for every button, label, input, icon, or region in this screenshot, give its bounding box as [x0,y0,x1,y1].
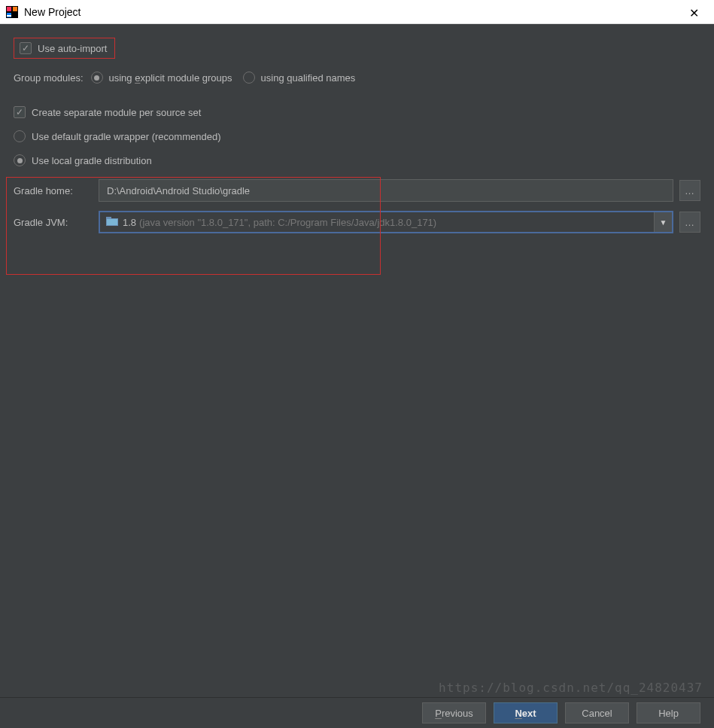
default-wrapper-radio[interactable] [14,130,26,142]
intellij-icon [6,6,18,18]
group-modules-row: Group modules: using explicit module gro… [14,69,700,86]
svg-rect-4 [7,15,11,17]
gradle-home-input[interactable] [99,179,673,202]
svg-rect-1 [7,7,11,11]
gradle-jvm-combo[interactable]: 1.8 (java version "1.8.0_171", path: C:/… [99,211,673,233]
default-wrapper-option[interactable]: Use default gradle wrapper (recommended) [14,128,700,145]
auto-import-label: Use auto-import [38,43,107,54]
gradle-jvm-row: Gradle JVM: 1.8 (java version "1.8.0_171… [14,211,700,233]
gradle-home-label: Gradle home: [14,185,99,196]
close-icon[interactable]: ✕ [683,5,705,22]
local-distribution-radio[interactable] [14,154,26,166]
cancel-button[interactable]: Cancel [565,702,629,723]
gradle-jvm-browse-button[interactable]: … [679,212,700,233]
separate-module-checkbox[interactable] [14,106,26,118]
default-wrapper-label: Use default gradle wrapper (recommended) [32,131,220,142]
dialog-content: Use auto-import Group modules: using exp… [0,24,714,697]
gradle-home-browse-button[interactable]: … [679,180,700,201]
local-distribution-label: Use local gradle distribution [32,155,152,166]
titlebar: New Project ✕ [0,0,714,24]
svg-rect-2 [13,7,17,11]
group-modules-label: Group modules: [14,72,84,84]
separate-module-option[interactable]: Create separate module per source set [14,104,700,120]
watermark: https://blog.csdn.net/qq_24820437 [439,681,703,695]
auto-import-checkbox[interactable] [20,42,32,54]
previous-button[interactable]: Previous [422,702,486,723]
gradle-jvm-value: 1.8 [123,217,136,228]
chevron-down-icon[interactable]: ▼ [654,212,672,232]
gradle-jvm-label: Gradle JVM: [14,217,99,228]
explicit-groups-label: using explicit module groups [109,72,232,84]
window-title: New Project [24,6,81,18]
gradle-jvm-detail: (java version "1.8.0_171", path: C:/Prog… [139,217,436,228]
next-button[interactable]: Next [494,702,558,723]
dialog-footer: Previous Next Cancel Help [0,697,714,728]
svg-rect-7 [107,219,117,225]
qualified-names-label: using qualified names [261,72,356,84]
auto-import-option[interactable]: Use auto-import [14,38,115,59]
folder-icon [106,217,118,227]
local-distribution-option[interactable]: Use local gradle distribution [14,152,700,169]
explicit-groups-radio[interactable] [91,72,103,84]
gradle-home-row: Gradle home: … [14,179,700,202]
separate-module-label: Create separate module per source set [32,107,201,118]
help-button[interactable]: Help [637,702,700,723]
qualified-names-radio[interactable] [243,72,255,84]
